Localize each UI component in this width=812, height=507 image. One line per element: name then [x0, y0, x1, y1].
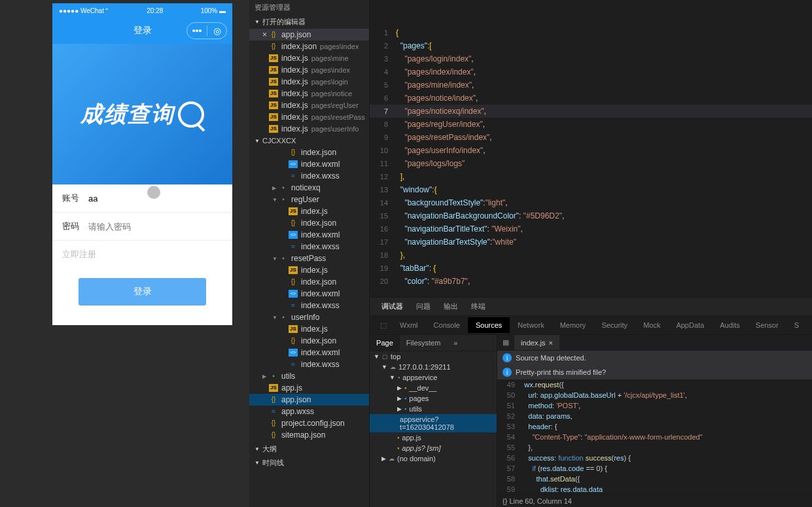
- source-tree-item[interactable]: ▪app.js? [sm]: [370, 443, 497, 453]
- open-editor-item[interactable]: JSindex.jspages\notice: [249, 88, 369, 99]
- file-tree-item[interactable]: <>index.wxml: [249, 288, 369, 300]
- devtools-tab[interactable]: Memory: [552, 317, 594, 333]
- open-editor-item[interactable]: JSindex.jspages\mine: [249, 52, 369, 64]
- source-view[interactable]: ▦ index.js × i Source Map detected. i Pr…: [497, 335, 812, 507]
- open-editor-item[interactable]: JSindex.jspages\login: [249, 76, 369, 88]
- file-tree-item[interactable]: <>index.wxml: [249, 158, 369, 170]
- file-tree-item[interactable]: ▶▪utils: [249, 370, 369, 382]
- file-tree-item[interactable]: ▶▪noticexq: [249, 182, 369, 194]
- code-line[interactable]: 13 "window":{: [370, 183, 812, 196]
- source-line[interactable]: 50 url: app.globalData.baseUrl + '/cjcx/…: [497, 390, 812, 400]
- file-tree-item[interactable]: {}index.json: [249, 147, 369, 158]
- source-line[interactable]: 57 if (res.data.code == 0) {: [497, 463, 812, 474]
- source-line[interactable]: 58 that.setData({: [497, 474, 812, 484]
- file-tree-item[interactable]: ▼▪resetPass: [249, 253, 369, 264]
- devtools-tab[interactable]: Wxml: [392, 317, 426, 333]
- file-tree-item[interactable]: {}index.json: [249, 217, 369, 229]
- source-line[interactable]: 49 wx.request({: [497, 379, 812, 390]
- source-more-icon[interactable]: ▦: [497, 335, 514, 350]
- username-row[interactable]: 账号: [52, 184, 232, 213]
- source-tree-item[interactable]: ▶▪__dev__: [370, 383, 497, 393]
- source-tree-item[interactable]: ▼☁127.0.0.1:29211: [370, 362, 497, 372]
- sources-navigator[interactable]: PageFilesystem» ▼▢top▼☁127.0.0.1:29211▼▪…: [370, 335, 497, 507]
- open-editor-item[interactable]: ×{}app.json: [249, 29, 369, 41]
- pages-tab[interactable]: Filesystem: [400, 335, 448, 351]
- file-tree-item[interactable]: ≈index.wxss: [249, 300, 369, 311]
- code-line[interactable]: 12 ],: [370, 170, 812, 183]
- code-line[interactable]: 6 "pages/notice/index",: [370, 92, 812, 105]
- file-tree-item[interactable]: {}project.config.json: [249, 417, 369, 429]
- source-line[interactable]: 56 success: function success(res) {: [497, 453, 812, 463]
- file-tree-item[interactable]: JSindex.js: [249, 205, 369, 217]
- devtools-tab[interactable]: AppData: [668, 317, 712, 333]
- devtools-tab[interactable]: S: [786, 317, 807, 333]
- source-tree-item[interactable]: ▶☁(no domain): [370, 453, 497, 464]
- login-button[interactable]: 登录: [79, 278, 206, 306]
- source-tree-item[interactable]: ▶▪utils: [370, 404, 497, 414]
- project-root[interactable]: CJCXXCX: [249, 135, 369, 147]
- password-row[interactable]: 密码: [52, 213, 232, 241]
- open-editor-item[interactable]: JSindex.jspages\regUser: [249, 99, 369, 111]
- source-tree-item[interactable]: ▼▢top: [370, 351, 497, 362]
- file-tree-item[interactable]: ▼▪userInfo: [249, 311, 369, 323]
- open-editor-item[interactable]: {}index.jsonpages\index: [249, 41, 369, 52]
- debug-tab[interactable]: 终端: [465, 298, 492, 315]
- devtools-tab[interactable]: Sensor: [748, 317, 786, 333]
- code-line[interactable]: 17 "navigationBarTextStyle":"white": [370, 236, 812, 249]
- open-editors-section[interactable]: 打开的编辑器: [249, 15, 369, 29]
- code-line[interactable]: 19 "tabBar": {: [370, 262, 812, 275]
- open-editor-item[interactable]: JSindex.jspages\index: [249, 64, 369, 76]
- code-line[interactable]: 11 "pages/logs/logs": [370, 157, 812, 170]
- open-editor-item[interactable]: JSindex.jspages\resetPass: [249, 111, 369, 123]
- file-tree-item[interactable]: JSapp.js: [249, 382, 369, 394]
- code-line[interactable]: 1{: [370, 26, 812, 39]
- open-editor-item[interactable]: JSindex.jspages\userInfo: [249, 123, 369, 135]
- devtools-tab[interactable]: Audits: [712, 317, 748, 333]
- devtools-tab[interactable]: Mock: [635, 317, 668, 333]
- inspect-icon[interactable]: ⬚: [375, 321, 392, 330]
- pages-tab[interactable]: Page: [370, 335, 400, 351]
- code-line[interactable]: 7 "pages/noticexq/index",: [370, 105, 812, 118]
- source-tree-item[interactable]: ▶▪pages: [370, 393, 497, 404]
- register-link[interactable]: 立即注册: [52, 241, 232, 268]
- code-line[interactable]: 20 "color": "#a9b7b7",: [370, 275, 812, 288]
- code-line[interactable]: 8 "pages/regUser/index",: [370, 118, 812, 131]
- source-line[interactable]: 51 method: 'POST',: [497, 400, 812, 411]
- file-tree-item[interactable]: ≈app.wxss: [249, 406, 369, 417]
- file-tree-item[interactable]: ≈index.wxss: [249, 358, 369, 370]
- devtools-tab[interactable]: Network: [510, 317, 552, 333]
- file-tree-item[interactable]: <>index.wxml: [249, 229, 369, 241]
- code-line[interactable]: 4 "pages/index/index",: [370, 65, 812, 79]
- code-editor[interactable]: 1{2 "pages":[3 "pages/login/index",4 "pa…: [370, 0, 812, 297]
- code-line[interactable]: 15 "navigationBarBackgroundColor": "#5D9…: [370, 209, 812, 222]
- close-icon[interactable]: ×: [548, 339, 552, 347]
- source-line[interactable]: 59 dklist: res.data.data: [497, 484, 812, 495]
- file-tree-item[interactable]: ▼▪regUser: [249, 194, 369, 205]
- pretty-print-banner[interactable]: i Pretty-print this minified file?: [497, 365, 812, 379]
- file-tree-item[interactable]: {}sitemap.json: [249, 429, 369, 441]
- code-line[interactable]: 5 "pages/mine/index",: [370, 79, 812, 92]
- file-tree-item[interactable]: ≈index.wxss: [249, 241, 369, 253]
- code-line[interactable]: 16 "navigationBarTitleText": "Weixin",: [370, 222, 812, 236]
- code-line[interactable]: 2 "pages":[: [370, 39, 812, 52]
- source-line[interactable]: 52 data: params,: [497, 411, 812, 421]
- debug-tab[interactable]: 问题: [410, 298, 437, 315]
- code-line[interactable]: 9 "pages/resetPass/index",: [370, 131, 812, 144]
- outline-section[interactable]: 大纲: [249, 442, 369, 456]
- devtools-tab[interactable]: Console: [426, 317, 468, 333]
- file-tree-item[interactable]: ≈index.wxss: [249, 170, 369, 182]
- file-tree-item[interactable]: {}index.json: [249, 335, 369, 347]
- capsule-button[interactable]: ••• ◎: [186, 22, 227, 39]
- source-tree-item[interactable]: ▪app.js: [370, 432, 497, 443]
- pages-tab[interactable]: »: [447, 335, 464, 351]
- source-line[interactable]: 54 "Content-Type": "application/x-www-fo…: [497, 432, 812, 442]
- source-line[interactable]: 55 },: [497, 442, 812, 453]
- file-tree-item[interactable]: {}app.json: [249, 394, 369, 406]
- code-line[interactable]: 14 "backgroundTextStyle":"light",: [370, 196, 812, 209]
- code-line[interactable]: 3 "pages/login/index",: [370, 52, 812, 65]
- devtools-tab[interactable]: Sources: [468, 317, 510, 333]
- file-tree-item[interactable]: JSindex.js: [249, 264, 369, 276]
- file-explorer[interactable]: 资源管理器 打开的编辑器 ×{}app.json{}index.jsonpage…: [249, 0, 370, 507]
- source-tree-item[interactable]: appservice?t=162030412078: [370, 414, 497, 432]
- timeline-section[interactable]: 时间线: [249, 456, 369, 470]
